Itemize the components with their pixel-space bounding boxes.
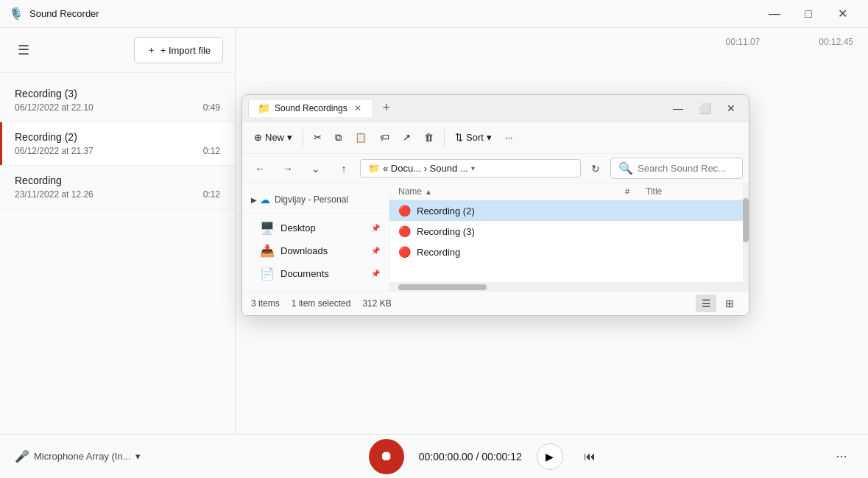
time-label-2: 00:12.45 <box>819 37 853 47</box>
view-buttons: ☰ ⊞ <box>696 295 740 312</box>
downloads-label: Downloads <box>280 245 328 256</box>
dialog-scrollbar[interactable] <box>743 183 749 291</box>
file-audio-icon-2: 🔴 <box>398 225 411 237</box>
skip-back-button[interactable]: ⏮ <box>578 445 601 468</box>
pin-icon-downloads: 📌 <box>371 247 380 255</box>
grid-view-button[interactable]: ⊞ <box>719 295 740 312</box>
recent-button[interactable]: ⌄ <box>304 157 328 180</box>
file-dialog: 📁 Sound Recordings ✕ + — ⬜ ✕ ⊕ New ▾ ✂ ⧉… <box>241 94 749 316</box>
col-name[interactable]: Name ▲ <box>398 186 609 197</box>
bottom-bar: 🎤 Microphone Array (In... ▾ ⏺ 00:00:00.0… <box>0 434 868 478</box>
cut-icon: ✂ <box>314 132 322 143</box>
import-button[interactable]: ＋ + Import file <box>134 37 223 63</box>
recording-name-3: Recording <box>15 175 220 186</box>
dialog-close-button[interactable]: ✕ <box>719 96 743 120</box>
recording-item-3[interactable]: Recording 23/11/2022 at 12.26 0:12 <box>0 166 235 209</box>
dialog-tab-bar: 📁 Sound Recordings ✕ + — ⬜ ✕ <box>242 95 749 122</box>
up-button[interactable]: ↑ <box>332 157 356 180</box>
mic-selector[interactable]: 🎤 Microphone Array (In... ▾ <box>15 449 141 463</box>
new-chevron-icon: ▾ <box>287 132 292 143</box>
title-bar: 🎙️ Sound Recorder — □ ✕ <box>0 0 868 28</box>
minimize-button[interactable]: — <box>758 0 791 28</box>
copy-button[interactable]: ⧉ <box>329 126 347 150</box>
more-options-button[interactable]: ··· <box>830 445 853 468</box>
recording-meta-2: 06/12/2022 at 21.37 0:12 <box>15 146 220 156</box>
scrollbar-thumb[interactable] <box>743 198 749 242</box>
skip-back-icon: ⏮ <box>584 450 596 463</box>
sort-chevron-icon: ▾ <box>487 132 492 143</box>
window-controls: — □ ✕ <box>758 0 859 28</box>
file-item-recording[interactable]: 🔴 Recording <box>389 242 743 262</box>
nav-item-desktop[interactable]: 🖥️ Desktop 📌 <box>242 217 389 239</box>
search-input[interactable] <box>638 163 735 174</box>
dialog-tab-sound-recordings[interactable]: 📁 Sound Recordings ✕ <box>248 99 373 117</box>
record-dot-icon: ⏺ <box>380 449 393 464</box>
recording-date-3: 23/11/2022 at 12.26 <box>15 189 93 200</box>
left-header: ☰ ＋ + Import file <box>0 28 235 73</box>
maximize-button[interactable]: □ <box>791 0 825 28</box>
more-icon: ··· <box>836 449 847 463</box>
dialog-tab-close-button[interactable]: ✕ <box>352 102 364 114</box>
new-button[interactable]: ⊕ New ▾ <box>248 126 298 150</box>
toolbar-more-button[interactable]: ··· <box>499 126 519 150</box>
dialog-minimize-button[interactable]: — <box>666 96 690 120</box>
toolbar-separator-1 <box>303 129 303 147</box>
recording-duration-2: 0:12 <box>203 146 220 156</box>
paste-button[interactable]: 📋 <box>349 126 373 150</box>
col-title-label: Title <box>646 186 662 197</box>
record-button[interactable]: ⏺ <box>369 439 404 474</box>
forward-button[interactable]: → <box>276 157 300 180</box>
play-icon: ▶ <box>546 451 554 463</box>
app-icon: 🎙️ <box>9 7 24 21</box>
nav-item-documents[interactable]: 📄 Documents 📌 <box>242 262 389 285</box>
dialog-toolbar: ⊕ New ▾ ✂ ⧉ 📋 🏷 ↗ 🗑 ⇅ Sort ▾ ··· <box>242 122 749 154</box>
recording-item-2[interactable]: Recording (2) 06/12/2022 at 21.37 0:12 <box>0 122 235 166</box>
bottom-center: ⏺ 00:00:00.00 / 00:00:12 ▶ ⏮ <box>152 439 819 474</box>
toolbar-more-icon: ··· <box>505 132 513 143</box>
file-item-recording-3[interactable]: 🔴 Recording (3) <box>389 221 743 242</box>
rename-button[interactable]: 🏷 <box>374 126 395 150</box>
col-number[interactable]: # <box>609 186 646 197</box>
new-plus-icon: ⊕ <box>254 132 262 143</box>
nav-chevron-icon: ▶ <box>251 196 257 204</box>
downloads-icon: 📥 <box>260 244 275 258</box>
recording-item-1[interactable]: Recording (3) 06/12/2022 at 22.10 0:49 <box>0 79 235 122</box>
address-path[interactable]: 📁 « Docu... › Sound ... ▾ <box>360 159 581 178</box>
dialog-address: ← → ⌄ ↑ 📁 « Docu... › Sound ... ▾ ↻ 🔍 <box>242 154 749 183</box>
hscrollbar-thumb[interactable] <box>398 284 487 290</box>
import-label: + Import file <box>160 45 211 56</box>
share-button[interactable]: ↗ <box>397 126 417 150</box>
recording-date-2: 06/12/2022 at 21.37 <box>15 146 93 156</box>
dialog-files: Name ▲ # Title 🔴 Recording (2) <box>389 183 743 291</box>
delete-button[interactable]: 🗑 <box>418 126 440 150</box>
file-size: 312 KB <box>362 298 391 309</box>
time-label-1: 00:11.07 <box>726 37 761 47</box>
mic-icon: 🎤 <box>15 449 29 463</box>
dialog-maximize-button[interactable]: ⬜ <box>693 96 716 120</box>
search-icon: 🔍 <box>618 161 633 175</box>
pin-icon-documents: 📌 <box>371 270 380 278</box>
nav-item-downloads[interactable]: 📥 Downloads 📌 <box>242 239 389 262</box>
refresh-button[interactable]: ↻ <box>585 158 606 179</box>
file-audio-icon-3: 🔴 <box>398 246 411 258</box>
dialog-hscrollbar[interactable] <box>389 282 743 291</box>
delete-icon: 🗑 <box>424 132 434 143</box>
copy-icon: ⧉ <box>335 132 342 144</box>
cut-button[interactable]: ✂ <box>308 126 328 150</box>
play-button[interactable]: ▶ <box>537 443 563 470</box>
nav-cloud-section[interactable]: ▶ ☁ Digvijay - Personal <box>242 189 389 210</box>
sort-button[interactable]: ⇅ Sort ▾ <box>449 126 498 150</box>
list-view-button[interactable]: ☰ <box>696 295 716 312</box>
item-count: 3 items <box>251 298 280 309</box>
dialog-status: 3 items 1 item selected 312 KB ☰ ⊞ <box>242 291 749 315</box>
file-item-recording-2[interactable]: 🔴 Recording (2) <box>389 200 743 221</box>
col-title[interactable]: Title <box>646 186 734 197</box>
back-button[interactable]: ← <box>248 157 272 180</box>
close-button[interactable]: ✕ <box>825 0 859 28</box>
menu-button[interactable]: ☰ <box>12 38 35 62</box>
col-number-label: # <box>625 186 630 197</box>
col-sort-arrow: ▲ <box>425 188 432 196</box>
selected-info: 1 item selected <box>292 298 351 309</box>
recording-list: Recording (3) 06/12/2022 at 22.10 0:49 R… <box>0 73 235 434</box>
dialog-new-tab-button[interactable]: + <box>376 98 397 119</box>
